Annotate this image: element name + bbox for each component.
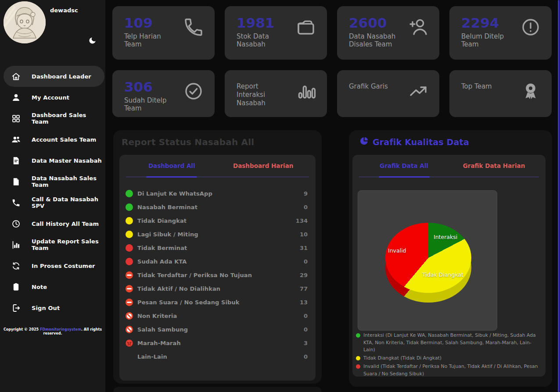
row-label: Tidak Diangkat (137, 217, 296, 224)
table-row: Non Kriteria 0 (126, 309, 308, 323)
tab-grafik-data-all[interactable]: Grafik Data All (359, 155, 449, 177)
sidebar-item-label: My Account (32, 94, 69, 101)
report-status-panel: Report Status Nasabah All Dashboard All … (113, 130, 322, 384)
sidebar-item-call-history-all-team[interactable]: Call History All Team (4, 213, 104, 234)
row-label: Sudah Ada KTA (137, 258, 304, 265)
sidebar-item-note[interactable]: Note (4, 276, 104, 297)
panel-header: Grafik Kualitas Data (349, 130, 552, 147)
legend-item: Tidak Diangkat (Tidak Di Angkat) (356, 355, 541, 362)
dark-mode-toggle[interactable] (87, 36, 97, 46)
legend-text: Invalid (Tidak Terdaftar / Periksa No Tu… (363, 363, 541, 378)
table-row: Sudah Ada KTA 0 (126, 255, 308, 268)
stat-card-data-nasabah-disales-team[interactable]: 2600 Data Nasabah Disales Team (337, 6, 439, 60)
refresh-icon (11, 260, 21, 271)
sidebar-item-sign-out[interactable]: Sign Out (4, 297, 104, 318)
phone-icon (11, 197, 21, 208)
brand-link[interactable]: FDmonitoringsystem (40, 328, 81, 331)
table-row: Marah-Marah 3 (126, 336, 308, 350)
row-value: 9 (304, 190, 308, 197)
grafik-kualitas-panel: Grafik Kualitas Data Grafik Data All Gra… (349, 130, 552, 387)
angry-face-icon (126, 339, 133, 347)
stat-card-telp-harian-team[interactable]: 109 Telp Harian Team (112, 6, 215, 60)
pie-slice-label-tidak-diangkat: Tidak Diangkat (422, 271, 463, 278)
table-row: Lain-Lain 0 (126, 350, 308, 363)
yellow-dot-icon (356, 356, 360, 360)
tab-dashboard-all[interactable]: Dashboard All (126, 155, 218, 177)
stat-card-stok-data-nasabah[interactable]: 1981 Stok Data Nasabah (225, 6, 327, 60)
stat-card-top-team[interactable]: Top Team (449, 70, 552, 117)
sidebar-item-my-account[interactable]: My Account (4, 87, 104, 108)
table-row: Tidak Terdaftar / Periksa No Tujuan 29 (126, 268, 308, 282)
row-value: 3 (304, 340, 308, 346)
chart-bar-icon (11, 239, 21, 250)
green-dot-icon (356, 333, 360, 338)
no-entry-icon (126, 271, 133, 279)
tab-grafik-data-harian[interactable]: Grafik Data Harian (449, 155, 539, 177)
sidebar: dewadsc Dashboard Leader My Account (0, 0, 105, 392)
sidebar-item-account-sales-team[interactable]: Account Sales Team (4, 129, 104, 150)
pie-chart-icon (359, 136, 369, 147)
table-row: Nasabah Berminat 0 (126, 200, 308, 214)
legend-text: Tidak Diangkat (Tidak Di Angkat) (363, 355, 442, 362)
row-label: Tidak Berminat (137, 245, 300, 251)
sidebar-item-in-proses-costumer[interactable]: In Proses Costumer (4, 255, 104, 276)
next-panel-edge (113, 387, 322, 392)
check-circle-icon (183, 81, 204, 102)
tab-dashboard-harian[interactable]: Dashboard Harian (218, 155, 309, 177)
sidebar-item-data-master-nasabah[interactable]: Data Master Nasabah (4, 150, 104, 171)
no-entry-icon (126, 285, 133, 292)
row-label: Marah-Marah (137, 340, 304, 346)
stat-card-belum-ditelp-team[interactable]: 2294 Belum Ditelp Team (449, 6, 552, 60)
row-value: 134 (296, 217, 308, 224)
row-value: 0 (304, 326, 308, 333)
table-row: Di Lanjut Ke WhatsApp 9 (126, 187, 308, 200)
row-value: 77 (300, 285, 308, 292)
green-dot-icon (126, 190, 133, 197)
green-dot-icon (126, 203, 133, 211)
row-value: 31 (300, 245, 308, 251)
table-row: Tidak Berminat 31 (126, 241, 308, 255)
row-value: 13 (300, 299, 308, 306)
trending-up-icon (408, 81, 429, 102)
row-label: Lain-Lain (137, 353, 304, 360)
legend-item: Interaksi (Di Lanjut Ke WA, Nasabah Berm… (356, 332, 541, 354)
sign-out-icon (11, 303, 21, 313)
sidebar-item-call-data-nasabah-spv[interactable]: Call & Data Nasabah SPV (4, 192, 104, 213)
sidebar-item-label: In Proses Costumer (32, 263, 95, 269)
sidebar-item-data-nasabah-sales-team[interactable]: Data Nasabah Sales Team (4, 171, 104, 192)
panel-title: Report Status Nasabah All (113, 130, 322, 147)
stat-card-sudah-ditelp-team[interactable]: 306 Sudah Ditelp Team (112, 70, 215, 117)
stat-card-grafik-garis[interactable]: Grafik Garis (337, 70, 439, 117)
grid-icon (11, 113, 21, 124)
report-rows: Di Lanjut Ke WhatsApp 9 Nasabah Berminat… (119, 177, 316, 363)
sidebar-item-dashboard-sales-team[interactable]: Dashboard Sales Team (4, 108, 104, 129)
sidebar-item-label: Note (32, 284, 47, 290)
username: dewadsc (50, 7, 78, 14)
sidebar-item-update-report-sales-team[interactable]: Update Report Sales Team (4, 234, 104, 255)
file-text-icon (11, 155, 21, 166)
row-value: 0 (304, 258, 308, 265)
row-value: 10 (300, 231, 308, 238)
file-icon (11, 176, 21, 187)
table-row: Tidak Diangkat 134 (126, 214, 308, 228)
stat-card-report-interaksi-nasabah[interactable]: Report Interaksi Nasabah (225, 70, 327, 117)
prohibited-icon (126, 312, 133, 320)
row-value: 0 (304, 204, 308, 210)
no-entry-icon (126, 299, 133, 306)
row-label: Lagi Sibuk / Miting (137, 231, 300, 238)
legend-text: Interaksi (Di Lanjut Ke WA, Nasabah Berm… (363, 332, 541, 354)
sidebar-item-label: Sign Out (32, 305, 60, 311)
sidebar-menu: Dashboard Leader My Account Dashboard Sa… (0, 66, 105, 318)
moon-icon (88, 39, 97, 46)
report-tabbar: Dashboard All Dashboard Harian (126, 155, 309, 177)
row-value: 0 (304, 313, 308, 319)
prohibited-icon (126, 326, 133, 333)
row-label: Pesan Suara / No Sedang Sibuk (137, 299, 300, 306)
phone-icon (183, 17, 204, 38)
row-label: Nasabah Berminat (137, 204, 304, 210)
sidebar-item-label: Data Nasabah Sales Team (32, 175, 104, 188)
pie-slice-label-invalid: Invalid (388, 247, 406, 254)
sidebar-item-dashboard-leader[interactable]: Dashboard Leader (4, 66, 104, 87)
red-dot-icon (126, 244, 133, 252)
page-scrollbar[interactable] (558, 0, 560, 392)
